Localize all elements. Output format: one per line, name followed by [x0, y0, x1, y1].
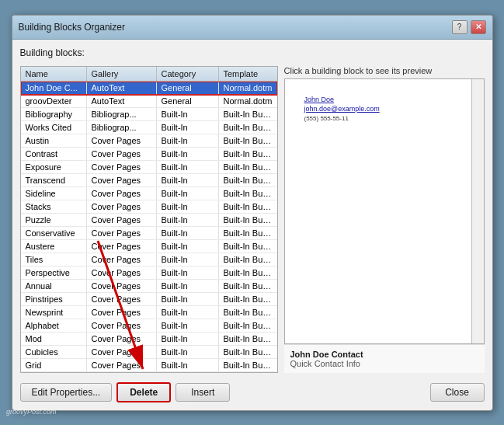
table-cell-name: Perspective	[21, 266, 87, 279]
table-row[interactable]: BibliographyBibliograp...Built-InBuilt-I…	[21, 108, 277, 121]
table-row[interactable]: AustinCover PagesBuilt-InBuilt-In Buil..…	[21, 134, 277, 148]
table-cell-category: Built-In	[157, 148, 219, 160]
table-cell-name: Contrast	[21, 148, 87, 160]
table-cell-gallery: Cover Pages	[87, 240, 157, 253]
window-close-button[interactable]: ✕	[471, 20, 486, 34]
table-row[interactable]: John Doe C...AutoTextGeneralNormal.dotm	[21, 82, 277, 95]
preview-scrollbar[interactable]	[471, 79, 484, 343]
preview-meta-name: John Doe Contact	[290, 350, 478, 359]
delete-button[interactable]: Delete	[116, 382, 171, 402]
table-cell-category: Built-In	[157, 359, 219, 371]
table-body[interactable]: John Doe C...AutoTextGeneralNormal.dotmg…	[21, 82, 277, 372]
table-cell-gallery: Cover Pages	[87, 227, 157, 239]
close-button[interactable]: Close	[430, 383, 485, 402]
insert-button[interactable]: Insert	[176, 383, 230, 402]
table-cell-category: Built-In	[157, 319, 219, 332]
table-cell-gallery: Cover Pages	[87, 174, 157, 186]
table-cell-name: Tiles	[21, 253, 87, 266]
table-cell-template: Built-In Buil...	[219, 266, 277, 279]
table-cell-gallery: AutoText	[87, 95, 157, 107]
table-cell-name: Conservative	[21, 227, 87, 239]
table-cell-category: Built-In	[157, 266, 219, 279]
table-cell-name: Austin	[21, 134, 87, 147]
table-cell-category: Built-In	[157, 121, 219, 134]
table-cell-name: Works Cited	[21, 121, 87, 134]
table-cell-template: Built-In Buil...	[219, 134, 277, 147]
table-row[interactable]: AlphabetCover PagesBuilt-InBuilt-In Buil…	[21, 319, 277, 333]
table-cell-category: Built-In	[157, 214, 219, 226]
table-row[interactable]: TilesCover PagesBuilt-InBuilt-In Buil...	[21, 253, 277, 266]
table-row[interactable]: AustereCover PagesBuilt-InBuilt-In Buil.…	[21, 240, 277, 253]
table-cell-gallery: Cover Pages	[87, 187, 157, 200]
edit-properties-button[interactable]: Edit Properties...	[20, 383, 113, 402]
table-cell-category: Built-In	[157, 280, 219, 292]
table-row[interactable]: PinstripesCover PagesBuilt-InBuilt-In Bu…	[21, 293, 277, 306]
table-row[interactable]: groovDexterAutoTextGeneralNormal.dotm	[21, 95, 277, 108]
preview-meta-desc: Quick Contact Info	[290, 359, 478, 368]
table-row[interactable]: NewsprintCover PagesBuilt-InBuilt-In Bui…	[21, 306, 277, 319]
table-cell-name: John Doe C...	[21, 82, 87, 94]
table-row[interactable]: TranscendCover PagesBuilt-InBuilt-In Bui…	[21, 174, 277, 187]
table-cell-name: Stacks	[21, 200, 87, 213]
table-cell-category: Built-In	[157, 293, 219, 305]
table-row[interactable]: ContrastCover PagesBuilt-InBuilt-In Buil…	[21, 148, 277, 161]
table-cell-name: Newsprint	[21, 306, 87, 319]
table-row[interactable]: GridCover PagesBuilt-InBuilt-In Buil...	[21, 359, 277, 372]
table-cell-category: Built-In	[157, 174, 219, 186]
building-blocks-dialog: Building Blocks Organizer ? ✕ Building b…	[12, 15, 493, 411]
preview-section: Click a building block to see its previe…	[284, 66, 485, 373]
table-cell-gallery: Cover Pages	[87, 280, 157, 292]
watermark: groovyPost.com	[6, 408, 57, 416]
table-row[interactable]: PuzzleCover PagesBuilt-InBuilt-In Buil..…	[21, 214, 277, 227]
table-cell-template: Built-In Buil...	[219, 280, 277, 292]
dialog-title: Building Blocks Organizer	[19, 22, 125, 33]
table-row[interactable]: StacksCover PagesBuilt-InBuilt-In Buil..…	[21, 200, 277, 214]
col-name[interactable]: Name	[21, 67, 87, 81]
preview-meta: John Doe Contact Quick Contact Info	[284, 344, 485, 373]
table-cell-name: Grid	[21, 359, 87, 371]
table-cell-gallery: Cover Pages	[87, 293, 157, 305]
table-row[interactable]: ModCover PagesBuilt-InBuilt-In Buil...	[21, 333, 277, 346]
bottom-buttons: Edit Properties... Delete Insert Close	[20, 379, 485, 402]
left-buttons: Edit Properties... Delete Insert	[20, 382, 231, 402]
table-cell-gallery: Cover Pages	[87, 333, 157, 345]
table-row[interactable]: AnnualCover PagesBuilt-InBuilt-In Buil..…	[21, 280, 277, 293]
table-cell-gallery: Cover Pages	[87, 346, 157, 358]
table-cell-category: General	[157, 95, 219, 107]
table-cell-template: Built-In Buil...	[219, 121, 277, 134]
table-cell-gallery: Cover Pages	[87, 161, 157, 173]
table-cell-name: Annual	[21, 280, 87, 292]
main-content: Name Gallery Category Template John Doe …	[20, 66, 485, 373]
table-cell-template: Normal.dotm	[219, 82, 277, 94]
preview-box: John Doe john.doe@example.com (555) 555-…	[284, 78, 485, 344]
building-blocks-label: Building blocks:	[20, 47, 485, 58]
col-template[interactable]: Template	[219, 67, 277, 81]
table-cell-template: Built-In Buil...	[219, 174, 277, 186]
preview-email: john.doe@example.com	[304, 104, 464, 114]
table-cell-category: Built-In	[157, 346, 219, 358]
table-row[interactable]: PerspectiveCover PagesBuilt-InBuilt-In B…	[21, 266, 277, 280]
table-row[interactable]: ExposureCover PagesBuilt-InBuilt-In Buil…	[21, 161, 277, 174]
table-cell-name: groovDexter	[21, 95, 87, 107]
col-gallery[interactable]: Gallery	[87, 67, 157, 81]
table-row[interactable]: ConservativeCover PagesBuilt-InBuilt-In …	[21, 227, 277, 240]
dialog-body: Building blocks: Name Gallery Category T…	[12, 40, 492, 410]
table-header: Name Gallery Category Template	[21, 67, 277, 82]
table-cell-gallery: Cover Pages	[87, 359, 157, 371]
table-row[interactable]: Works CitedBibliograp...Built-InBuilt-In…	[21, 121, 277, 134]
table-cell-gallery: Cover Pages	[87, 253, 157, 266]
help-button[interactable]: ?	[452, 20, 468, 34]
table-row[interactable]: CubiclesCover PagesBuilt-InBuilt-In Buil…	[21, 346, 277, 359]
table-cell-template: Built-In Buil...	[219, 148, 277, 160]
table-cell-category: Built-In	[157, 253, 219, 266]
table-row[interactable]: SidelineCover PagesBuilt-InBuilt-In Buil…	[21, 187, 277, 200]
preview-label: Click a building block to see its previe…	[284, 66, 485, 75]
preview-content: John Doe john.doe@example.com (555) 555-…	[285, 79, 484, 138]
title-bar: Building Blocks Organizer ? ✕	[12, 16, 492, 40]
table-cell-gallery: Cover Pages	[87, 134, 157, 147]
table-cell-name: Pinstripes	[21, 293, 87, 305]
table-cell-template: Built-In Buil...	[219, 214, 277, 226]
table-cell-gallery: Cover Pages	[87, 306, 157, 319]
col-category[interactable]: Category	[157, 67, 219, 81]
building-blocks-table[interactable]: Name Gallery Category Template John Doe …	[20, 66, 278, 373]
